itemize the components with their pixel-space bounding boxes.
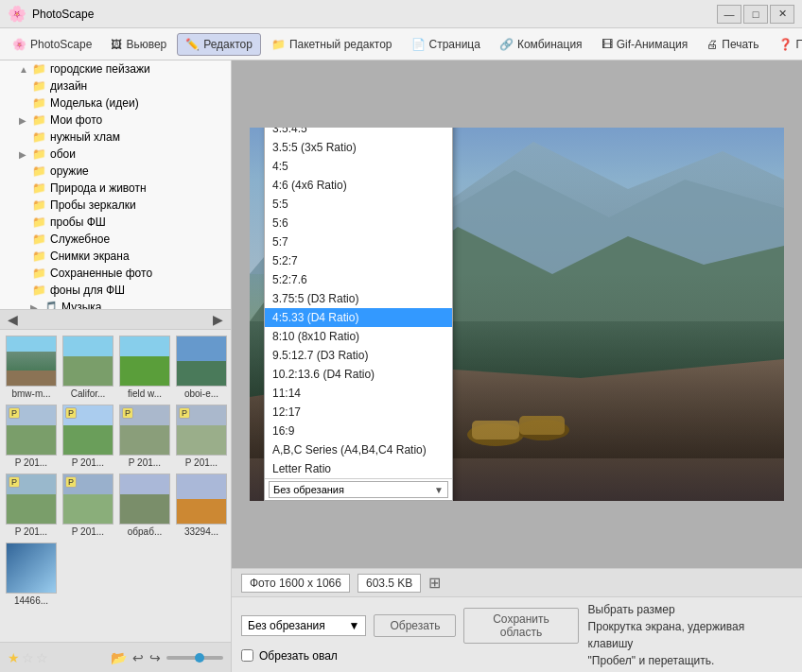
titlebar-left: 🌸 PhotoScape bbox=[8, 5, 94, 23]
dropdown-list[interactable]: Без обрезанияПропорции/РазмерПропорции о… bbox=[265, 128, 452, 478]
menu-help[interactable]: ❓ Помощь bbox=[770, 33, 802, 56]
zoom-slider[interactable] bbox=[166, 656, 223, 660]
thumbnail-item[interactable]: Califor... bbox=[61, 334, 115, 401]
thumbnail-label: field w... bbox=[128, 388, 162, 399]
crop-ratio-select[interactable]: Без обрезания ▼ bbox=[241, 615, 366, 636]
thumbnail-item[interactable]: обраб... bbox=[117, 472, 172, 539]
dropdown-option[interactable]: 12:17 bbox=[265, 403, 452, 422]
tree-item[interactable]: 📁 нужный хлам bbox=[0, 129, 231, 146]
dropdown-option[interactable]: 4:5.33 (D4 Ratio) bbox=[265, 308, 452, 327]
tree-item[interactable]: ▲ 📁 городские пейзажи bbox=[0, 60, 231, 78]
star-rating[interactable]: ★ ☆ ☆ bbox=[8, 650, 48, 665]
tree-item[interactable]: ▶ 📁 обои bbox=[0, 146, 231, 163]
file-size: 603.5 KB bbox=[357, 574, 421, 593]
tree-item-label: дизайн bbox=[50, 79, 87, 93]
tree-item[interactable]: 📁 Сохраненные фото bbox=[0, 265, 231, 282]
tree-item-label: Моделька (идеи) bbox=[50, 96, 139, 110]
star-1[interactable]: ★ bbox=[8, 650, 20, 665]
file-tree[interactable]: ▲ 📁 городские пейзажи 📁 дизайн 📁 Модельк… bbox=[0, 60, 231, 310]
menu-batch[interactable]: 📁 Пакетный редактор bbox=[263, 33, 401, 56]
dropdown-option[interactable]: 11:14 bbox=[265, 384, 452, 403]
star-3[interactable]: ☆ bbox=[36, 650, 48, 665]
tree-item[interactable]: 📁 Моделька (идеи) bbox=[0, 95, 231, 112]
thumbnail-image bbox=[62, 336, 113, 387]
nav-right-arrow[interactable]: ▶ bbox=[209, 312, 227, 327]
thumbnail-item[interactable]: P P 201... bbox=[61, 403, 115, 470]
menu-gif[interactable]: 🎞 Gif-Анимация bbox=[593, 33, 697, 56]
thumbnail-badge: P bbox=[179, 407, 190, 419]
page-icon: 📄 bbox=[411, 38, 426, 51]
menu-page[interactable]: 📄 Страница bbox=[403, 33, 489, 56]
dropdown-option[interactable]: 5:7 bbox=[265, 233, 452, 251]
dropdown-option[interactable]: 5:2:7 bbox=[265, 251, 452, 270]
svg-rect-9 bbox=[519, 416, 565, 435]
tree-item[interactable]: 📁 Снимки экрана bbox=[0, 248, 231, 265]
crop-button[interactable]: Обрезать bbox=[374, 614, 456, 637]
dropdown-option[interactable]: 8:10 (8x10 Ratio) bbox=[265, 327, 452, 346]
dropdown-option[interactable]: 3.75:5 (D3 Ratio) bbox=[265, 289, 452, 308]
folder-icon: 📁 bbox=[32, 215, 46, 229]
forward-arrow-icon[interactable]: ↪ bbox=[149, 650, 161, 665]
thumbnail-item[interactable]: P P 201... bbox=[174, 403, 229, 470]
tree-item[interactable]: 📁 Природа и животн bbox=[0, 180, 231, 197]
dropdown-option[interactable]: 9.5:12.7 (D3 Ratio) bbox=[265, 346, 452, 365]
thumbnail-item[interactable]: P P 201... bbox=[4, 472, 59, 539]
thumbnail-item[interactable]: P P 201... bbox=[117, 403, 172, 470]
dropdown-current-value[interactable]: Без обрезания ▼ bbox=[269, 481, 448, 498]
close-button[interactable]: ✕ bbox=[770, 5, 794, 24]
dropdown-option[interactable]: 5:2:7.6 bbox=[265, 270, 452, 289]
sidebar-bottom: ★ ☆ ☆ 📂 ↩ ↪ bbox=[0, 642, 231, 672]
maximize-button[interactable]: □ bbox=[743, 5, 768, 24]
dropdown-option[interactable]: 10.2:13.6 (D4 Ratio) bbox=[265, 365, 452, 384]
thumbnail-badge: P bbox=[65, 476, 77, 488]
dropdown-option[interactable]: 5:5 bbox=[265, 195, 452, 214]
grid-view-icon[interactable]: ⊞ bbox=[428, 574, 441, 592]
minimize-button[interactable]: — bbox=[717, 5, 741, 24]
dropdown-option[interactable]: 3.5:4.5 bbox=[265, 128, 452, 138]
tree-item[interactable]: ▶ 🎵 Музыка bbox=[0, 299, 231, 310]
tree-expand-icon: ▶ bbox=[19, 149, 28, 160]
star-2[interactable]: ☆ bbox=[22, 650, 34, 665]
crop-ratio-dropdown[interactable]: Без обрезанияПропорции/РазмерПропорции о… bbox=[264, 128, 453, 501]
tree-item[interactable]: 📁 оружие bbox=[0, 163, 231, 180]
thumbnail-item[interactable]: 33294... bbox=[174, 472, 229, 539]
tree-item[interactable]: 📁 Служебное bbox=[0, 231, 231, 248]
tree-item[interactable]: 📁 пробы ФШ bbox=[0, 214, 231, 231]
dropdown-option[interactable]: 4:6 (4x6 Ratio) bbox=[265, 176, 452, 195]
dropdown-option[interactable]: 4:5 bbox=[265, 157, 452, 176]
tree-item[interactable]: ▶ 📁 Мои фото bbox=[0, 112, 231, 129]
menu-editor[interactable]: ✏️ Редактор bbox=[177, 33, 261, 56]
dropdown-option[interactable]: 5:6 bbox=[265, 214, 452, 233]
menu-photoscape[interactable]: 🌸 PhotoScape bbox=[4, 33, 100, 56]
menu-print[interactable]: 🖨 Печать bbox=[698, 33, 767, 56]
oval-crop-checkbox[interactable] bbox=[241, 649, 253, 662]
thumbnail-item[interactable]: oboi-e... bbox=[174, 334, 229, 401]
sidebar-controls: 📂 ↩ ↪ bbox=[111, 650, 223, 665]
bottom-panel: Без обрезания ▼ Обрезать Сохранить облас… bbox=[232, 596, 802, 672]
thumbnail-item[interactable]: bmw-m... bbox=[4, 334, 59, 401]
thumbnail-item[interactable]: 14466... bbox=[4, 541, 59, 608]
thumbnail-label: обраб... bbox=[128, 526, 162, 537]
menu-viewer[interactable]: 🖼 Вьювер bbox=[102, 33, 175, 56]
thumbnail-item[interactable]: field w... bbox=[117, 334, 172, 401]
tree-item[interactable]: 📁 Пробы зеркалки bbox=[0, 197, 231, 214]
nav-left-arrow[interactable]: ◀ bbox=[4, 312, 22, 327]
menubar: 🌸 PhotoScape 🖼 Вьювер ✏️ Редактор 📁 Паке… bbox=[0, 28, 802, 60]
dropdown-option[interactable]: A,B,C Series (A4,B4,C4 Ratio) bbox=[265, 440, 452, 459]
tree-item[interactable]: 📁 фоны для ФШ bbox=[0, 282, 231, 299]
thumbnail-image: P bbox=[62, 405, 113, 456]
tree-item[interactable]: 📁 дизайн bbox=[0, 78, 231, 95]
crop-controls: Без обрезания ▼ Обрезать Сохранить облас… bbox=[241, 608, 579, 663]
add-folder-icon[interactable]: 📂 bbox=[111, 650, 127, 665]
save-area-button[interactable]: Сохранить область bbox=[463, 608, 578, 644]
back-arrow-icon[interactable]: ↩ bbox=[132, 650, 144, 665]
menu-combine[interactable]: 🔗 Комбинация bbox=[491, 33, 591, 56]
zoom-slider-thumb[interactable] bbox=[195, 653, 204, 663]
thumbnail-item[interactable]: P P 201... bbox=[61, 472, 115, 539]
dropdown-option[interactable]: 16:9 bbox=[265, 422, 452, 440]
dropdown-option[interactable]: 3.5:5 (3x5 Ratio) bbox=[265, 138, 452, 157]
main-layout: ▲ 📁 городские пейзажи 📁 дизайн 📁 Модельк… bbox=[0, 60, 802, 672]
folder-icon: 📁 bbox=[32, 181, 46, 195]
dropdown-option[interactable]: Letter Ratio bbox=[265, 459, 452, 478]
thumbnail-item[interactable]: P P 201... bbox=[4, 403, 59, 470]
